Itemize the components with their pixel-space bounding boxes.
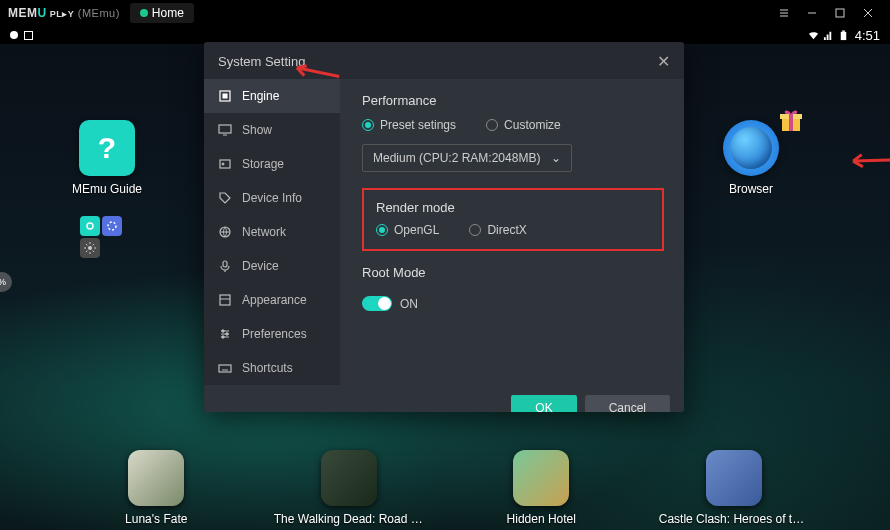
- svg-rect-15: [223, 261, 227, 267]
- app-thumb-icon: [128, 450, 184, 506]
- preferences-icon: [218, 327, 232, 341]
- tab-home-label: Home: [152, 6, 184, 20]
- svg-rect-11: [219, 125, 231, 133]
- status-square-icon: [24, 31, 33, 40]
- status-time: 4:51: [855, 28, 880, 43]
- sidebar-item-show[interactable]: Show: [204, 113, 340, 147]
- svg-point-3: [87, 223, 93, 229]
- chevron-down-icon: ⌄: [551, 151, 561, 165]
- ok-button[interactable]: OK: [511, 395, 576, 412]
- settings-sidebar: Engine Show Storage Device Info Network …: [204, 79, 340, 385]
- tab-home[interactable]: Home: [130, 3, 194, 23]
- radio-directx[interactable]: DirectX: [469, 223, 526, 237]
- svg-rect-10: [223, 94, 227, 98]
- keyboard-icon: [218, 361, 232, 375]
- tag-icon: [218, 191, 232, 205]
- settings-content: Performance Preset setings Customize Med…: [340, 79, 684, 385]
- svg-point-19: [222, 336, 224, 338]
- modal-footer: OK Cancel: [204, 385, 684, 412]
- svg-rect-0: [836, 9, 844, 17]
- toolbox-chip-icon: [102, 216, 122, 236]
- svg-point-5: [88, 246, 92, 250]
- radio-dot-icon: [486, 119, 498, 131]
- dock-item-hidden-hotel[interactable]: Hidden Hotel: [466, 450, 616, 526]
- toggle-label: ON: [400, 297, 418, 311]
- battery-icon: [838, 30, 849, 41]
- svg-rect-20: [219, 365, 231, 372]
- sidebar-item-shortcuts[interactable]: Shortcuts: [204, 351, 340, 385]
- svg-point-17: [222, 330, 224, 332]
- select-value: Medium (CPU:2 RAM:2048MB): [373, 151, 540, 165]
- dock-item-castle-clash[interactable]: Castle Clash: Heroes of th...: [659, 450, 809, 526]
- dock: Luna's Fate The Walking Dead: Road to...…: [0, 450, 890, 526]
- minimize-button[interactable]: [798, 3, 826, 23]
- app-thumb-icon: [513, 450, 569, 506]
- sidebar-item-network[interactable]: Network: [204, 215, 340, 249]
- status-dot-icon: [10, 31, 18, 39]
- menu-button[interactable]: [770, 3, 798, 23]
- radio-preset-settings[interactable]: Preset setings: [362, 118, 456, 132]
- render-mode-highlight: Render mode OpenGL DirectX: [362, 188, 664, 251]
- sidebar-item-device-info[interactable]: Device Info: [204, 181, 340, 215]
- dock-item-lunas-fate[interactable]: Luna's Fate: [81, 450, 231, 526]
- svg-rect-16: [220, 295, 230, 305]
- sidebar-item-device[interactable]: Device: [204, 249, 340, 283]
- performance-title: Performance: [362, 93, 664, 108]
- radio-dot-icon: [376, 224, 388, 236]
- performance-preset-select[interactable]: Medium (CPU:2 RAM:2048MB) ⌄: [362, 144, 572, 172]
- display-icon: [218, 123, 232, 137]
- gift-icon[interactable]: [776, 104, 806, 134]
- storage-icon: [218, 157, 232, 171]
- toggle-knob-icon: [378, 297, 391, 310]
- radio-customize[interactable]: Customize: [486, 118, 561, 132]
- signal-icon: [823, 30, 834, 41]
- app-thumb-icon: [706, 450, 762, 506]
- dock-item-walking-dead[interactable]: The Walking Dead: Road to...: [274, 450, 424, 526]
- globe-icon: [730, 127, 772, 169]
- modal-title-text: System Setting: [218, 54, 305, 69]
- svg-rect-1: [840, 31, 846, 39]
- network-icon: [218, 225, 232, 239]
- appearance-icon: [218, 293, 232, 307]
- toolbox-chip-icon: [80, 216, 100, 236]
- root-mode-title: Root Mode: [362, 265, 664, 280]
- window-titlebar: MEMU PL▸Y (MEmu) Home: [0, 0, 890, 26]
- engine-icon: [218, 89, 232, 103]
- svg-point-4: [108, 222, 116, 230]
- root-mode-toggle[interactable]: ON: [362, 296, 418, 311]
- sidebar-item-preferences[interactable]: Preferences: [204, 317, 340, 351]
- app-browser-label: Browser: [706, 182, 796, 196]
- svg-point-18: [226, 333, 228, 335]
- memu-logo: MEMU PL▸Y (MEmu): [8, 6, 120, 20]
- wifi-icon: [808, 30, 819, 41]
- svg-rect-2: [842, 30, 845, 31]
- radio-dot-icon: [469, 224, 481, 236]
- maximize-button[interactable]: [826, 3, 854, 23]
- left-edge-badge[interactable]: %: [0, 272, 12, 292]
- gear-icon: [80, 238, 100, 258]
- radio-dot-icon: [362, 119, 374, 131]
- sidebar-item-storage[interactable]: Storage: [204, 147, 340, 181]
- sidebar-item-engine[interactable]: Engine: [204, 79, 340, 113]
- app-thumb-icon: [321, 450, 377, 506]
- sidebar-item-appearance[interactable]: Appearance: [204, 283, 340, 317]
- question-icon: ?: [98, 131, 116, 165]
- system-setting-modal: System Setting ✕ Engine Show Storage Dev…: [204, 42, 684, 412]
- app-memu-guide-label: MEmu Guide: [62, 182, 152, 196]
- close-button[interactable]: [854, 3, 882, 23]
- cancel-button[interactable]: Cancel: [585, 395, 670, 412]
- home-indicator-icon: [140, 9, 148, 17]
- render-mode-title: Render mode: [376, 200, 650, 215]
- mic-icon: [218, 259, 232, 273]
- radio-opengl[interactable]: OpenGL: [376, 223, 439, 237]
- app-memu-guide[interactable]: ? MEmu Guide: [62, 120, 152, 196]
- svg-point-13: [222, 163, 224, 165]
- svg-rect-8: [789, 114, 793, 131]
- toolbox-widget[interactable]: [80, 216, 122, 258]
- modal-titlebar: System Setting ✕: [204, 42, 684, 79]
- modal-close-button[interactable]: ✕: [657, 52, 670, 71]
